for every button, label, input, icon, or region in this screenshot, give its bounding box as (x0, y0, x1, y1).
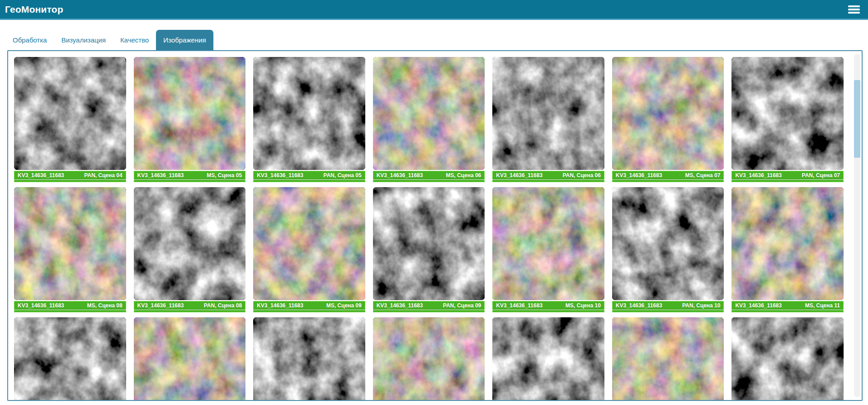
image-tile[interactable]: KV3_14636_11683MS, Сцена 10 (492, 187, 604, 312)
image-tile[interactable]: KV3_14636_11683PAN, Сцена 07 (731, 57, 844, 182)
satellite-thumbnail[interactable] (731, 57, 844, 170)
image-label: KV3_14636_11683PAN, Сцена 04 (14, 171, 126, 179)
image-id: KV3_14636_11683 (18, 302, 64, 309)
satellite-thumbnail[interactable] (731, 187, 844, 300)
image-label-strip (253, 310, 365, 312)
image-label-strip (492, 310, 604, 312)
image-tile[interactable]: KV3_14636_11683PAN, Сцена 09 (373, 187, 485, 312)
scene-label: PAN, Сцена 09 (443, 302, 481, 309)
image-label-strip (14, 180, 126, 182)
image-label: KV3_14636_11683MS, Сцена 05 (134, 171, 246, 179)
tab-vizualizaciya[interactable]: Визуализация (54, 30, 113, 50)
image-label-strip (731, 180, 844, 182)
satellite-thumbnail[interactable] (14, 57, 126, 170)
image-label: KV3_14636_11683MS, Сцена 07 (612, 171, 724, 179)
image-tile[interactable]: KV3_14636_11683MS, Сцена 09 (253, 187, 365, 312)
image-id: KV3_14636_11683 (18, 172, 64, 179)
scene-label: MS, Сцена 10 (566, 302, 601, 309)
image-label-strip (373, 310, 485, 312)
scene-label: PAN, Сцена 06 (562, 172, 600, 179)
satellite-thumbnail[interactable] (134, 187, 246, 300)
scene-label: PAN, Сцена 08 (204, 302, 242, 309)
scrollbar-thumb[interactable] (854, 80, 860, 158)
image-tile[interactable] (253, 317, 365, 400)
satellite-thumbnail[interactable] (731, 317, 844, 400)
image-tile[interactable]: KV3_14636_11683PAN, Сцена 08 (134, 187, 246, 312)
image-tile[interactable]: KV3_14636_11683MS, Сцена 08 (14, 187, 126, 312)
scene-label: MS, Сцена 07 (685, 172, 720, 179)
scrollbar-track[interactable] (854, 54, 860, 397)
image-label: KV3_14636_11683MS, Сцена 08 (14, 301, 126, 310)
satellite-thumbnail[interactable] (612, 57, 724, 170)
satellite-thumbnail[interactable] (373, 187, 485, 300)
scene-label: PAN, Сцена 10 (682, 302, 720, 309)
satellite-thumbnail[interactable] (134, 57, 246, 170)
image-tile[interactable]: KV3_14636_11683MS, Сцена 06 (373, 57, 485, 182)
scene-label: PAN, Сцена 05 (323, 172, 361, 179)
image-id: KV3_14636_11683 (735, 302, 782, 309)
image-id: KV3_14636_11683 (616, 302, 662, 309)
image-id: KV3_14636_11683 (137, 302, 184, 309)
tab-izobrazheniya[interactable]: Изображения (156, 30, 213, 50)
image-id: KV3_14636_11683 (377, 172, 423, 179)
tab-obrabotka[interactable]: Обработка (5, 30, 54, 50)
satellite-thumbnail[interactable] (492, 57, 604, 170)
scene-label: MS, Сцена 08 (87, 302, 123, 309)
scene-label: MS, Сцена 11 (805, 302, 840, 309)
image-label-strip (612, 180, 724, 182)
tab-kachestvo[interactable]: Качество (113, 30, 156, 50)
image-tile[interactable] (373, 317, 485, 400)
image-tile[interactable]: KV3_14636_11683PAN, Сцена 06 (492, 57, 604, 182)
image-label: KV3_14636_11683PAN, Сцена 10 (612, 301, 724, 310)
hamburger-menu-icon[interactable] (847, 5, 861, 14)
image-label: KV3_14636_11683MS, Сцена 10 (492, 301, 604, 310)
image-label: KV3_14636_11683MS, Сцена 11 (731, 301, 844, 310)
satellite-thumbnail[interactable] (373, 57, 485, 170)
image-tile[interactable] (492, 317, 604, 400)
image-id: KV3_14636_11683 (257, 302, 303, 309)
satellite-thumbnail[interactable] (492, 187, 604, 300)
image-label: KV3_14636_11683PAN, Сцена 07 (731, 171, 844, 179)
image-id: KV3_14636_11683 (496, 172, 542, 179)
satellite-thumbnail[interactable] (14, 317, 126, 400)
satellite-thumbnail[interactable] (134, 317, 246, 400)
image-grid: KV3_14636_11683PAN, Сцена 04KV3_14636_11… (8, 51, 862, 400)
satellite-thumbnail[interactable] (253, 317, 365, 400)
images-panel: KV3_14636_11683PAN, Сцена 04KV3_14636_11… (7, 50, 863, 401)
satellite-thumbnail[interactable] (373, 317, 485, 400)
image-id: KV3_14636_11683 (137, 172, 184, 179)
satellite-thumbnail[interactable] (253, 57, 365, 170)
image-tile[interactable]: KV3_14636_11683MS, Сцена 05 (134, 57, 246, 182)
image-id: KV3_14636_11683 (735, 172, 782, 179)
image-id: KV3_14636_11683 (496, 302, 542, 309)
satellite-thumbnail[interactable] (612, 317, 724, 400)
image-tile[interactable]: KV3_14636_11683MS, Сцена 11 (731, 187, 844, 312)
tab-bar: Обработка Визуализация Качество Изображе… (5, 30, 868, 50)
scene-label: MS, Сцена 09 (326, 302, 362, 309)
scene-label: MS, Сцена 06 (446, 172, 481, 179)
image-tile[interactable]: KV3_14636_11683PAN, Сцена 04 (14, 57, 126, 182)
image-tile[interactable] (14, 317, 126, 400)
image-tile[interactable]: KV3_14636_11683PAN, Сцена 10 (612, 187, 724, 312)
satellite-thumbnail[interactable] (14, 187, 126, 300)
image-label: KV3_14636_11683PAN, Сцена 09 (373, 301, 485, 310)
image-label: KV3_14636_11683PAN, Сцена 05 (253, 171, 365, 179)
image-id: KV3_14636_11683 (257, 172, 303, 179)
image-label-strip (134, 310, 246, 312)
image-id: KV3_14636_11683 (377, 302, 423, 309)
satellite-thumbnail[interactable] (253, 187, 365, 300)
image-tile[interactable] (731, 317, 844, 400)
image-id: KV3_14636_11683 (616, 172, 662, 179)
image-label: KV3_14636_11683PAN, Сцена 08 (134, 301, 246, 310)
image-tile[interactable]: KV3_14636_11683MS, Сцена 07 (612, 57, 724, 182)
image-tile[interactable] (612, 317, 724, 400)
image-tile[interactable]: KV3_14636_11683PAN, Сцена 05 (253, 57, 365, 182)
scene-label: PAN, Сцена 07 (802, 172, 840, 179)
satellite-thumbnail[interactable] (612, 187, 724, 300)
satellite-thumbnail[interactable] (492, 317, 604, 400)
image-label-strip (253, 180, 365, 182)
image-label: KV3_14636_11683MS, Сцена 06 (373, 171, 485, 179)
image-label-strip (492, 180, 604, 182)
image-label-strip (731, 310, 844, 312)
image-tile[interactable] (134, 317, 246, 400)
